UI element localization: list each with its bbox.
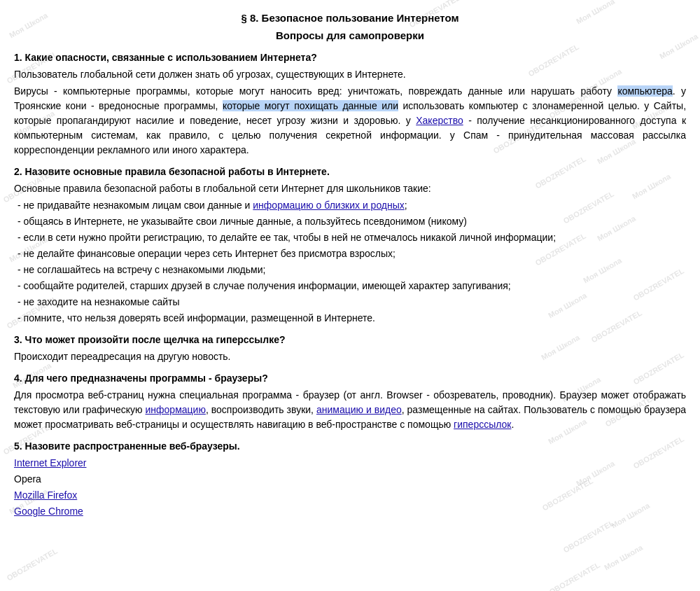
main-title: § 8. Безопасное пользование Интернетом	[14, 11, 686, 27]
question-2-title: 2. Назовите основные правила безопасной …	[14, 165, 686, 179]
question-4-title: 4. Для чего предназначены программы - бр…	[14, 371, 686, 386]
question-2-item-1: - не придавайте незнакомым лицам свои да…	[14, 198, 686, 213]
watermark: OBOZREVATEL	[547, 560, 601, 591]
question-2-item-5: - не соглашайтесь на встречу с незнакомы…	[14, 263, 686, 277]
question-1-answer-2: Вирусы - компьютерные программы, которые…	[14, 84, 686, 158]
browser-google-chrome[interactable]: Google Chrome	[14, 504, 686, 519]
question-3-answer: Происходит переадресация на другую новос…	[14, 349, 686, 364]
question-2-item-7: - не заходите на незнакомые сайты	[14, 295, 686, 310]
question-1-answer-1: Пользователь глобальной сети должен знат…	[14, 67, 686, 82]
question-3-title: 3. Что может произойти после щелчка на г…	[14, 333, 686, 347]
question-2-item-4: - не делайте финансовые операции через с…	[14, 246, 686, 261]
browser-mozilla-firefox[interactable]: Mozilla Firefox	[14, 488, 686, 503]
question-2-intro: Основные правила безопасной работы в гло…	[14, 181, 686, 196]
watermark: OBOZREVATEL	[5, 546, 59, 582]
question-2-item-6: - сообщайте родителей, старших друзей в …	[14, 279, 686, 293]
question-5-title: 5. Назовите распространенные веб-браузер…	[14, 439, 686, 454]
question-1-title: 1. Какие опасности, связанные с использо…	[14, 50, 686, 65]
question-2-item-3: - если в сети нужно пройти регистрацию, …	[14, 230, 686, 245]
question-2-item-8: - помните, что нельзя доверять всей инфо…	[14, 311, 686, 326]
sub-title: Вопросы для самопроверки	[14, 28, 686, 44]
browser-opera[interactable]: Opera	[14, 472, 686, 487]
browser-internet-explorer[interactable]: Internet Explorer	[14, 456, 686, 471]
question-4-answer: Для просмотра веб-страниц нужна специаль…	[14, 388, 686, 432]
question-2-item-2: - общаясь в Интернете, не указывайте сво…	[14, 214, 686, 229]
main-content: § 8. Безопасное пользование Интернетом В…	[0, 0, 700, 527]
watermark: Моя Школа	[603, 543, 644, 572]
